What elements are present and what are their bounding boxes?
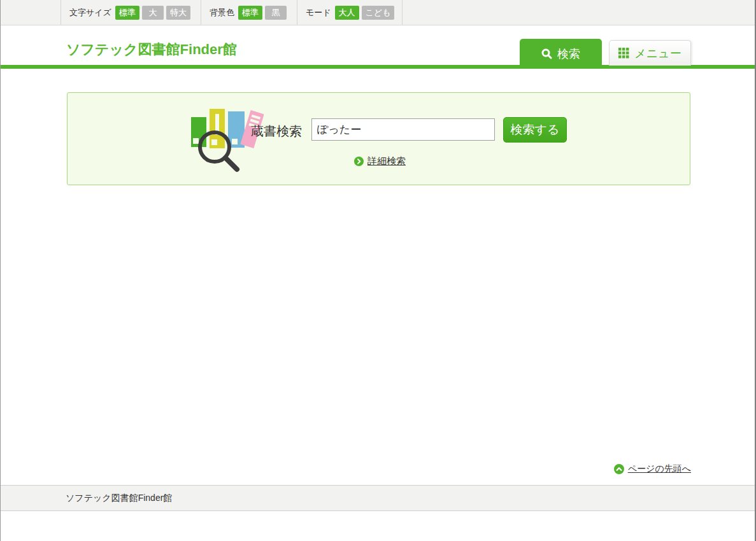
bg-color-black-button[interactable]: 黒 — [265, 6, 287, 20]
bg-color-label: 背景色 — [210, 7, 234, 18]
font-size-xlarge-button[interactable]: 特大 — [166, 6, 190, 20]
chevron-up-circle-icon — [614, 464, 624, 474]
font-size-large-button[interactable]: 大 — [142, 6, 164, 20]
back-to-top-row: ページの先頭へ — [614, 463, 691, 475]
catalog-search-label: 蔵書検索 — [251, 123, 302, 140]
tab-search[interactable]: 検索 — [520, 39, 602, 69]
font-size-label: 文字サイズ — [69, 7, 111, 18]
grid-icon — [618, 48, 629, 59]
site-title: ソフテック図書館Finder館 — [66, 40, 237, 59]
toolbar-divider — [201, 0, 201, 25]
advanced-search-link[interactable]: 詳細検索 — [367, 155, 406, 167]
toolbar-divider — [297, 0, 297, 25]
toolbar-divider — [402, 0, 403, 25]
footer-site-name: ソフテック図書館Finder館 — [66, 493, 172, 503]
back-to-top-link[interactable]: ページの先頭へ — [628, 463, 691, 475]
tab-search-label: 検索 — [557, 46, 580, 62]
search-button[interactable]: 検索する — [503, 117, 567, 143]
tab-menu[interactable]: メニュー — [609, 40, 691, 66]
tab-menu-label: メニュー — [634, 46, 681, 61]
advanced-search-row: 詳細検索 — [354, 155, 406, 167]
chevron-right-circle-icon — [354, 157, 364, 166]
mode-label: モード — [306, 7, 331, 18]
accessibility-toolbar: 文字サイズ 標準 大 特大 背景色 標準 黒 モード 大人 こども — [1, 0, 755, 25]
mode-kids-button[interactable]: こども — [362, 6, 395, 20]
search-icon — [541, 48, 552, 59]
bg-color-standard-button[interactable]: 標準 — [238, 6, 262, 20]
search-input[interactable] — [311, 118, 495, 141]
books-search-icon — [189, 106, 264, 176]
site-footer: ソフテック図書館Finder館 — [1, 485, 755, 511]
font-size-standard-button[interactable]: 標準 — [115, 6, 139, 20]
catalog-search-panel: 蔵書検索 検索する 詳細検索 — [67, 92, 690, 185]
mode-adult-button[interactable]: 大人 — [335, 6, 359, 20]
toolbar-divider — [61, 0, 61, 25]
page: 文字サイズ 標準 大 特大 背景色 標準 黒 モード 大人 こども ソフテック図… — [0, 0, 756, 541]
